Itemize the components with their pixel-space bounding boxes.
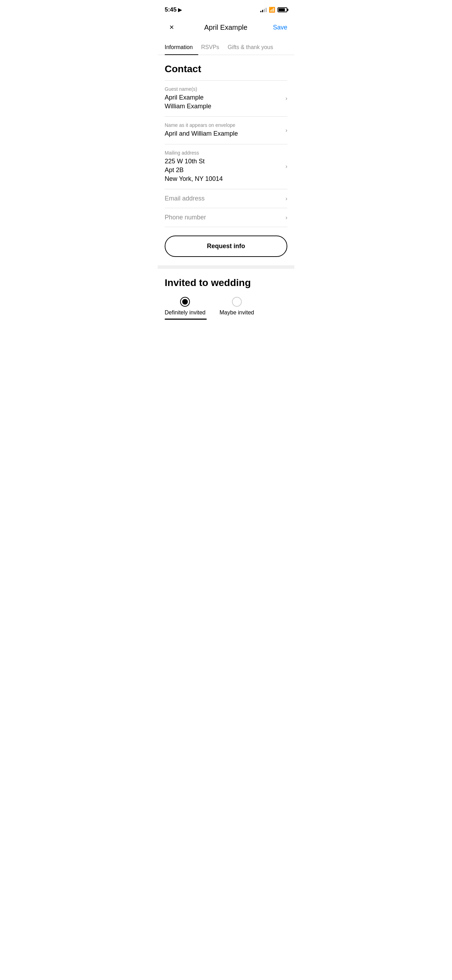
close-button[interactable]: × — [165, 20, 179, 34]
battery-fill — [279, 8, 285, 11]
envelope-name-value: April and William Example — [165, 129, 283, 138]
phone-chevron: › — [286, 215, 287, 221]
mailing-address-chevron: › — [286, 163, 287, 170]
request-info-container: Request info — [158, 227, 294, 265]
maybe-invited-radio[interactable] — [232, 297, 242, 307]
invited-slider[interactable] — [165, 318, 287, 320]
tab-rsvps[interactable]: RSVPs — [201, 40, 225, 55]
mailing-address-label: Mailing address — [165, 150, 283, 156]
email-chevron: › — [286, 196, 287, 202]
definitely-invited-option[interactable]: Definitely invited — [165, 297, 206, 316]
content-area: Contact Guest name(s) April Example Will… — [158, 55, 294, 265]
envelope-name-content: Name as it appears on envelope April and… — [165, 123, 283, 138]
contact-section-title: Contact — [158, 55, 294, 80]
mailing-address-field[interactable]: Mailing address 225 W 10th St Apt 2B New… — [158, 145, 294, 189]
signal-icon — [260, 7, 267, 12]
battery-icon — [277, 7, 287, 12]
radio-options: Definitely invited Maybe invited — [165, 297, 287, 316]
definitely-invited-radio[interactable] — [180, 297, 190, 307]
status-icons: 📶 — [260, 7, 287, 13]
status-bar: 5:45 ▶ 📶 — [158, 0, 294, 18]
envelope-name-chevron: › — [286, 127, 287, 134]
guest-names-label: Guest name(s) — [165, 86, 283, 92]
tab-bar: Information RSVPs Gifts & thank yous — [158, 40, 294, 55]
section-separator — [158, 265, 294, 269]
maybe-invited-option[interactable]: Maybe invited — [220, 297, 255, 316]
tab-information[interactable]: Information — [165, 40, 198, 55]
mailing-address-content: Mailing address 225 W 10th St Apt 2B New… — [165, 150, 283, 184]
address-line-3: New York, NY 10014 — [165, 175, 283, 183]
invited-section: Invited to wedding Definitely invited Ma… — [158, 269, 294, 328]
address-line-2: Apt 2B — [165, 166, 283, 175]
guest-names-content: Guest name(s) April Example William Exam… — [165, 86, 283, 111]
status-time: 5:45 ▶ — [165, 6, 182, 13]
invited-section-title: Invited to wedding — [165, 277, 287, 288]
wifi-icon: 📶 — [269, 7, 275, 13]
email-field[interactable]: Email address › — [158, 189, 294, 208]
tab-gifts[interactable]: Gifts & thank yous — [228, 40, 279, 55]
envelope-name-label: Name as it appears on envelope — [165, 123, 283, 128]
guest-name-2: William Example — [165, 102, 283, 111]
header: × April Example Save — [158, 18, 294, 40]
email-content: Email address — [165, 195, 283, 202]
guest-names-field[interactable]: Guest name(s) April Example William Exam… — [158, 81, 294, 116]
guest-name-1: April Example — [165, 93, 283, 102]
phone-field[interactable]: Phone number › — [158, 208, 294, 227]
envelope-name-field[interactable]: Name as it appears on envelope April and… — [158, 117, 294, 144]
address-line-1: 225 W 10th St — [165, 157, 283, 166]
phone-label: Phone number — [165, 214, 283, 221]
save-button[interactable]: Save — [273, 24, 287, 31]
location-icon: ▶ — [178, 7, 182, 13]
page-title: April Example — [204, 24, 247, 32]
definitely-invited-label: Definitely invited — [165, 310, 206, 316]
request-info-button[interactable]: Request info — [165, 235, 287, 257]
slider-track — [165, 318, 207, 320]
email-label: Email address — [165, 195, 283, 202]
phone-content: Phone number — [165, 214, 283, 221]
maybe-invited-label: Maybe invited — [220, 310, 255, 316]
guest-names-chevron: › — [286, 95, 287, 102]
time-display: 5:45 — [165, 6, 177, 13]
